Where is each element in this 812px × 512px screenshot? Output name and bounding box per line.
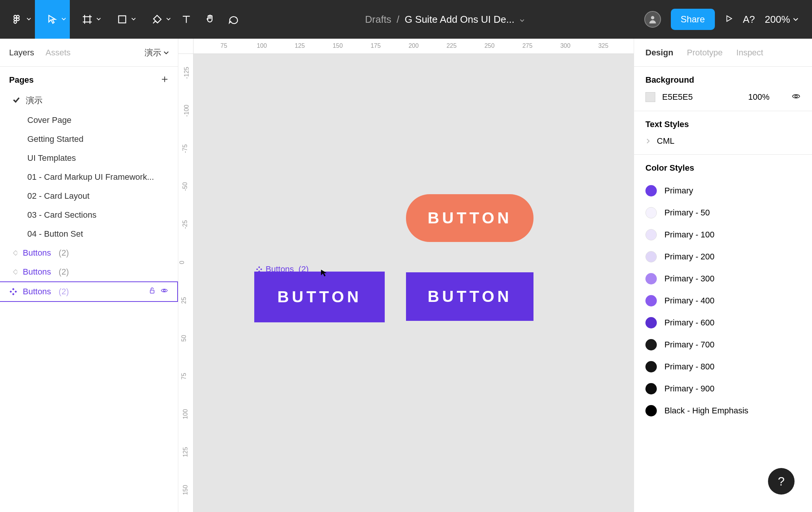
page-item[interactable]: 04 - Button Set [0,225,178,243]
ruler-tick: 125 [182,447,189,457]
background-swatch[interactable] [645,92,655,102]
canvas-button-purple-right[interactable]: BUTTON [406,272,533,321]
layer-item[interactable]: Buttons (2) [0,243,178,262]
color-style-item[interactable]: Primary - 50 [645,202,801,224]
page-item-current[interactable]: 演示 [0,90,178,111]
ruler-tick: 150 [333,42,343,49]
color-style-label: Primary - 800 [664,362,714,372]
color-style-item[interactable]: Primary - 100 [645,224,801,246]
ruler-tick: 200 [409,42,419,49]
component-set-icon [9,287,17,296]
color-style-label: Primary - 400 [664,296,714,306]
color-style-item[interactable]: Primary - 700 [645,334,801,356]
color-style-label: Primary - 900 [664,384,714,394]
svg-point-2 [14,21,17,24]
ruler-tick: 75 [220,42,227,49]
layer-item[interactable]: Buttons (2) [0,262,178,281]
ruler-horizontal: 75100125150175200225250275300325 [194,39,634,54]
canvas-button-purple-left[interactable]: BUTTON [254,272,385,322]
color-style-label: Primary [664,186,693,196]
pen-tool-button[interactable] [140,0,175,39]
color-swatch-icon [645,383,657,394]
file-menu-caret[interactable] [520,14,524,25]
svg-rect-18 [12,288,14,290]
breadcrumb[interactable]: Drafts / G Suite Add Ons UI De... [245,14,644,25]
figma-menu-button[interactable] [0,0,35,39]
canvas-area[interactable]: 75100125150175200225250275300325 -125-10… [178,39,634,512]
color-style-label: Black - High Emphasis [664,406,748,416]
ruler-tick: 50 [181,335,187,342]
page-selector[interactable]: 演示 [145,47,169,58]
svg-rect-16 [13,251,17,255]
color-style-item[interactable]: Primary - 900 [645,378,801,400]
svg-rect-19 [12,293,14,295]
svg-rect-27 [260,268,262,270]
color-swatch-icon [645,273,657,284]
color-style-item[interactable]: Primary - 600 [645,312,801,334]
page-item[interactable]: 03 - Card Sections [0,206,178,225]
layer-item-selected[interactable]: Buttons (2) [0,281,178,302]
ruler-corner [178,39,194,54]
tab-design[interactable]: Design [645,48,673,58]
share-button[interactable]: Share [671,9,715,30]
background-opacity[interactable]: 100% [748,92,770,102]
frame-tool-button[interactable] [70,0,105,39]
move-tool-button[interactable] [35,0,70,39]
page-item[interactable]: 01 - Card Markup UI Framework... [0,168,178,187]
visibility-icon[interactable] [792,92,801,102]
color-style-item[interactable]: Black - High Emphasis [645,400,801,422]
help-button[interactable]: ? [768,468,795,495]
ruler-tick: 225 [447,42,457,49]
ruler-tick: 275 [522,42,533,49]
background-heading: Background [645,75,801,85]
svg-point-12 [651,16,654,19]
color-style-label: Primary - 200 [664,252,714,262]
ruler-tick: 150 [182,485,189,495]
hand-tool-button[interactable] [198,0,222,39]
color-style-item[interactable]: Primary - 800 [645,356,801,378]
text-styles-heading: Text Styles [645,119,801,129]
tab-inspect[interactable]: Inspect [736,48,763,58]
svg-rect-20 [9,291,12,293]
svg-rect-21 [14,291,17,293]
avatar[interactable] [644,11,661,28]
tab-layers[interactable]: Layers [9,48,34,58]
color-style-item[interactable]: Primary - 300 [645,268,801,290]
visibility-icon[interactable] [161,287,168,297]
color-style-item[interactable]: Primary - 200 [645,246,801,268]
comment-tool-button[interactable] [222,0,245,39]
color-style-label: Primary - 50 [664,208,710,218]
color-style-item[interactable]: Primary [645,180,801,202]
ruler-tick: -75 [182,144,189,153]
file-name[interactable]: G Suite Add Ons UI De... [405,14,515,25]
page-item[interactable]: UI Templates [0,149,178,168]
present-button[interactable] [725,14,733,24]
background-hex[interactable]: E5E5E5 [662,92,693,102]
text-tool-button[interactable] [175,0,198,39]
ruler-tick: 0 [179,261,186,264]
unlock-icon[interactable] [148,287,156,297]
shape-tool-button[interactable] [105,0,140,39]
add-page-button[interactable] [161,75,169,85]
text-style-item[interactable]: CML [645,136,801,146]
color-style-item[interactable]: Primary - 400 [645,290,801,312]
canvas-button-orange[interactable]: BUTTON [406,194,533,242]
missing-fonts-indicator[interactable]: A? [743,14,755,25]
color-swatch-icon [645,361,657,372]
svg-rect-9 [119,16,126,23]
ruler-tick: -125 [183,67,190,79]
color-swatch-icon [645,339,657,350]
color-style-label: Primary - 600 [664,318,714,328]
svg-marker-13 [727,16,732,22]
svg-rect-26 [256,268,258,270]
tab-assets[interactable]: Assets [46,48,71,58]
breadcrumb-folder[interactable]: Drafts [365,14,391,25]
page-item[interactable]: Cover Page [0,111,178,130]
zoom-control[interactable]: 200% [765,14,799,25]
ruler-vertical: -125-100-75-50-250255075100125150 [178,54,194,512]
page-item[interactable]: Getting Started [0,130,178,149]
ruler-tick: 100 [182,409,189,419]
ruler-tick: -100 [183,105,190,117]
tab-prototype[interactable]: Prototype [687,48,722,58]
page-item[interactable]: 02 - Card Layout [0,187,178,206]
